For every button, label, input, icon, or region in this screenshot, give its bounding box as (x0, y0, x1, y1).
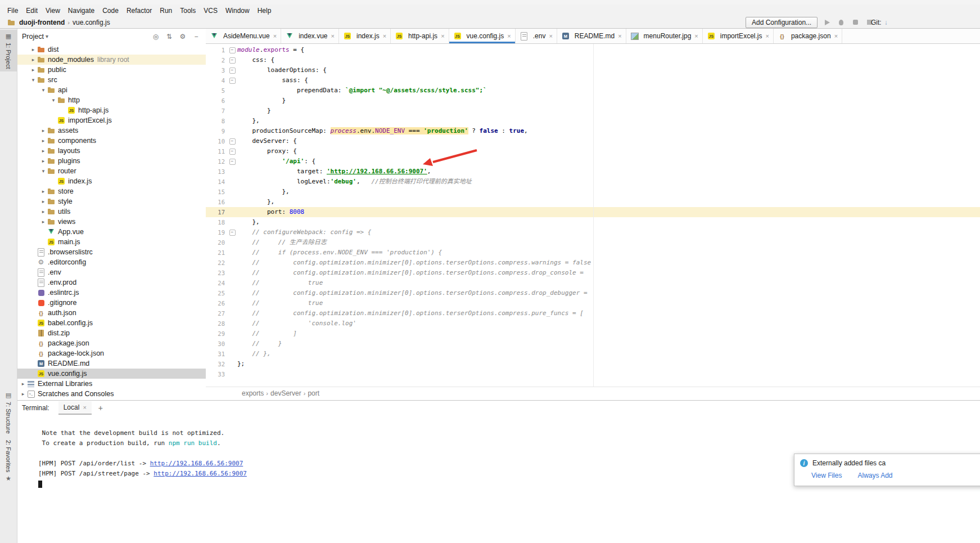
chevron-right-icon[interactable]: ▸ (40, 158, 47, 164)
tree-item-.eslintrc.js[interactable]: .eslintrc.js (17, 288, 206, 298)
chevron-right-icon[interactable]: ▸ (40, 189, 47, 194)
editor-tab-README.md[interactable]: README.md× (557, 29, 626, 43)
tree-item-.browserslistrc[interactable]: .browserslistrc (17, 247, 206, 257)
editor-tab-AsideMenu.vue[interactable]: AsideMenu.vue× (206, 29, 281, 43)
tree-item-.editorconfig[interactable]: .editorconfig (17, 257, 206, 267)
code-editor[interactable]: 1−module.exports = {2− css: {3− loaderOp… (206, 44, 980, 387)
menu-code[interactable]: Code (98, 6, 123, 16)
tree-item-Scratches and Consoles[interactable]: ▸Scratches and Consoles (17, 389, 206, 399)
debug-icon[interactable] (837, 18, 846, 27)
chevron-right-icon[interactable]: ▸ (40, 199, 47, 204)
terminal-link[interactable]: http://192.168.66.56:9007 (153, 470, 247, 477)
close-tab-icon[interactable]: × (834, 33, 838, 39)
menu-navigate[interactable]: Navigate (64, 6, 98, 16)
menu-view[interactable]: View (42, 6, 64, 16)
chevron-right-icon[interactable]: ▸ (30, 67, 37, 73)
tree-item-babel.config.js[interactable]: babel.config.js (17, 318, 206, 328)
tree-item-README.md[interactable]: README.md (17, 358, 206, 369)
tree-item-src[interactable]: ▾src (17, 75, 206, 85)
editor-tab-http-api.js[interactable]: http-api.js× (391, 29, 449, 43)
vcs-update-icon[interactable]: ↓ (884, 19, 888, 26)
tree-item-package.json[interactable]: package.json (17, 338, 206, 348)
toolwindow-button-favorites[interactable]: 2: Favorites ★ (0, 437, 17, 485)
close-tab-icon[interactable]: × (549, 33, 552, 39)
tree-item-dist.zip[interactable]: dist.zip (17, 328, 206, 338)
close-tab-icon[interactable]: × (441, 33, 444, 39)
close-tab-icon[interactable]: × (331, 33, 335, 39)
tree-item-importExcel.js[interactable]: importExcel.js (17, 115, 206, 125)
toolwindow-button-structure[interactable]: ▤ 7: Structure (0, 389, 17, 437)
editor-tab-index.js[interactable]: index.js× (339, 29, 391, 43)
coverage-icon[interactable] (851, 18, 860, 27)
chevron-down-icon[interactable]: ▾ (50, 97, 57, 103)
close-tab-icon[interactable]: × (694, 33, 698, 39)
chevron-right-icon[interactable]: ▸ (40, 148, 47, 154)
breadcrumb-file[interactable]: vue.config.js (73, 19, 110, 26)
chevron-right-icon[interactable]: ▸ (40, 128, 47, 133)
fold-marker[interactable]: − (227, 78, 237, 84)
fold-marker[interactable]: − (227, 57, 237, 64)
menu-window[interactable]: Window (222, 6, 254, 16)
terminal-tab-local[interactable]: Local × (58, 401, 92, 415)
close-tab-icon[interactable]: × (507, 33, 511, 39)
chevron-right-icon[interactable]: ▸ (20, 391, 26, 397)
chevron-down-icon[interactable]: ▾ (30, 77, 37, 83)
menu-vcs[interactable]: VCS (200, 6, 222, 16)
new-terminal-tab-button[interactable]: + (98, 403, 103, 412)
tree-item-store[interactable]: ▸store (17, 186, 206, 196)
editor-tab-menuRouter.jpg[interactable]: menuRouter.jpg× (626, 29, 703, 43)
close-tab-icon[interactable]: × (618, 33, 621, 39)
tree-item-.gitignore[interactable]: .gitignore (17, 298, 206, 308)
tree-item-index.js[interactable]: index.js (17, 176, 206, 186)
close-tab-icon[interactable]: × (765, 33, 769, 39)
fold-marker[interactable]: − (227, 138, 237, 145)
menu-refactor[interactable]: Refactor (123, 6, 156, 16)
editor-tab-.env[interactable]: .env× (516, 29, 557, 43)
add-configuration-button[interactable]: Add Configuration... (746, 17, 818, 28)
tree-item-vue.config.js[interactable]: vue.config.js (17, 369, 206, 379)
fold-marker[interactable]: − (227, 68, 237, 74)
fold-marker[interactable]: − (227, 159, 237, 165)
tree-item-node_modules[interactable]: ▸node_moduleslibrary root (17, 55, 206, 65)
menu-file[interactable]: File (3, 6, 22, 16)
tree-item-style[interactable]: ▸style (17, 196, 206, 207)
run-icon[interactable] (823, 18, 832, 27)
menu-edit[interactable]: Edit (22, 6, 42, 16)
editor-tab-index.vue[interactable]: index.vue× (281, 29, 339, 43)
chevron-right-icon[interactable]: ▸ (40, 138, 47, 143)
close-tab-icon[interactable]: × (383, 33, 386, 39)
tree-item-App.vue[interactable]: App.vue (17, 227, 206, 237)
chevron-down-icon[interactable]: ▾ (40, 168, 47, 174)
editor-tab-importExcel.js[interactable]: importExcel.js× (703, 29, 774, 43)
tree-item-http[interactable]: ▾http (17, 95, 206, 105)
breadcrumb-item-exports[interactable]: exports (242, 389, 264, 397)
chevron-right-icon[interactable]: ▸ (40, 219, 47, 225)
chevron-right-icon[interactable]: ▸ (30, 47, 37, 52)
breadcrumb-project[interactable]: duoji-frontend (19, 19, 65, 26)
tree-item-package-lock.json[interactable]: package-lock.json (17, 348, 206, 358)
tree-item-auth.json[interactable]: auth.json (17, 308, 206, 318)
tree-item-utils[interactable]: ▸utils (17, 207, 206, 217)
tree-item-layouts[interactable]: ▸layouts (17, 146, 206, 156)
hide-panel-icon[interactable]: − (191, 32, 201, 41)
breadcrumb-item-port[interactable]: port (308, 389, 319, 397)
settings-icon[interactable]: ⚙ (178, 32, 188, 41)
tree-item-dist[interactable]: ▸dist (17, 44, 206, 55)
tree-item-.env.prod[interactable]: .env.prod (17, 277, 206, 288)
tree-item-plugins[interactable]: ▸plugins (17, 156, 206, 166)
editor-tab-vue.config.js[interactable]: vue.config.js× (449, 29, 516, 43)
tree-item-components[interactable]: ▸components (17, 136, 206, 146)
collapse-all-icon[interactable]: ⇅ (164, 32, 174, 41)
tree-item-views[interactable]: ▸views (17, 217, 206, 227)
tree-item-public[interactable]: ▸public (17, 65, 206, 75)
notification-action-always-add[interactable]: Always Add (857, 472, 892, 479)
terminal-link[interactable]: http://192.168.66.56:9007 (150, 460, 243, 467)
notification-action-view-files[interactable]: View Files (811, 472, 842, 479)
menu-run[interactable]: Run (156, 6, 176, 16)
menu-tools[interactable]: Tools (176, 6, 200, 16)
editor-tab-package.json[interactable]: package.json× (774, 29, 842, 43)
chevron-right-icon[interactable]: ▸ (20, 381, 26, 387)
fold-marker[interactable]: − (227, 149, 237, 155)
tree-item-http-api.js[interactable]: http-api.js (17, 105, 206, 115)
chevron-down-icon[interactable]: ▾ (46, 33, 48, 39)
